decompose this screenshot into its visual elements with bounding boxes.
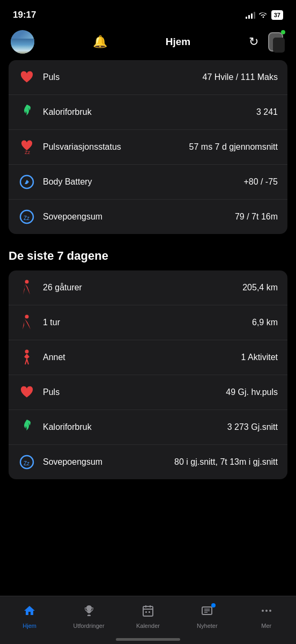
today-kalori-row[interactable]: Kaloriforbruk 3 241: [9, 95, 287, 130]
week-sleep-row[interactable]: Zz Sovepoengsum 80 i gj.snitt, 7t 13m i …: [9, 445, 287, 479]
week-walk-row[interactable]: 26 gåturer 205,4 km: [9, 270, 287, 305]
week-section-title: De siste 7 dagene: [0, 244, 296, 270]
week-kalori-row[interactable]: Kaloriforbruk 3 273 Gj.snitt: [9, 410, 287, 445]
week-sleep-icon: Zz: [18, 453, 35, 471]
today-sleep-row[interactable]: Zz Sovepoengsum 79 / 7t 16m: [9, 200, 287, 234]
week-annet-value: 1 Aktivitet: [241, 352, 278, 363]
tab-nyheter[interactable]: Nyheter: [191, 604, 223, 629]
svg-point-22: [265, 610, 268, 612]
walk-icon: [18, 279, 35, 296]
today-sleep-value: 79 / 7t 16m: [235, 211, 278, 223]
week-hike-value: 6,9 km: [252, 317, 278, 328]
week-kalori-label: Kaloriforbruk: [43, 422, 220, 432]
week-hike-row[interactable]: 1 tur 6,9 km: [9, 305, 287, 340]
week-walk-label: 26 gåturer: [43, 282, 235, 292]
week-annet-label: Annet: [43, 352, 234, 362]
hike-icon: [18, 314, 35, 331]
app-header: 🔔 Hjem ↻: [0, 27, 296, 60]
tab-nyheter-label: Nyheter: [197, 623, 218, 629]
svg-line-8: [27, 359, 28, 364]
tab-utfordringer-label: Utfordringer: [73, 623, 105, 629]
week-activity-row[interactable]: Annet 1 Aktivitet: [9, 340, 287, 375]
week-sleep-label: Sovepoengsum: [43, 457, 167, 467]
status-bar: 19:17 37: [0, 0, 296, 27]
svg-text:Zz: Zz: [24, 215, 29, 221]
heart-icon: [18, 69, 35, 86]
week-puls-label: Puls: [43, 387, 218, 397]
today-kalori-value: 3 241: [256, 107, 278, 118]
main-content: Puls 47 Hvile / 111 Maks Kaloriforbruk 3…: [0, 60, 296, 543]
calendar-icon: [142, 604, 154, 620]
refresh-icon[interactable]: ↻: [249, 35, 258, 49]
today-hrv-row[interactable]: Zz Pulsvariasjonsstatus 57 ms 7 d gjenno…: [9, 130, 287, 165]
home-indicator: [116, 638, 180, 641]
week-puls-row[interactable]: Puls 49 Gj. hv.puls: [9, 375, 287, 410]
svg-rect-16: [149, 611, 150, 613]
wifi-icon: [258, 11, 268, 20]
page-title: Hjem: [166, 36, 190, 48]
more-icon: [260, 604, 273, 620]
battery-icon: 37: [271, 10, 283, 20]
tab-hjem[interactable]: Hjem: [13, 604, 46, 629]
activity-icon: [18, 349, 35, 366]
today-puls-value: 47 Hvile / 111 Maks: [202, 72, 278, 83]
today-body-battery-label: Body Battery: [43, 177, 236, 187]
week-hike-label: 1 tur: [43, 317, 245, 327]
today-puls-label: Puls: [43, 72, 195, 82]
fire-icon: [18, 104, 35, 121]
svg-text:Zz: Zz: [24, 460, 29, 466]
signal-bars-icon: [246, 11, 255, 19]
tab-mer-label: Mer: [261, 623, 271, 629]
watch-icon[interactable]: [266, 30, 285, 54]
hrv-icon: Zz: [18, 138, 35, 156]
today-sleep-label: Sovepoengsum: [43, 211, 227, 222]
status-time: 19:17: [13, 10, 36, 20]
avatar[interactable]: [11, 30, 34, 54]
week-kalori-value: 3 273 Gj.snitt: [227, 422, 278, 433]
notification-bell-icon[interactable]: 🔔: [93, 35, 107, 49]
tab-kalender[interactable]: Kalender: [132, 604, 164, 629]
sleep-icon: Zz: [18, 208, 35, 225]
week-heart-icon: [18, 384, 35, 401]
tab-kalender-label: Kalender: [136, 623, 160, 629]
tab-mer[interactable]: Mer: [250, 604, 283, 629]
svg-point-23: [269, 610, 271, 612]
week-fire-icon: [18, 419, 35, 436]
svg-point-5: [25, 315, 29, 319]
week-puls-value: 49 Gj. hv.puls: [226, 387, 278, 398]
tab-bar: Hjem Utfordringer Kalender: [0, 596, 296, 644]
status-icons: 37: [246, 10, 283, 20]
week-walk-value: 205,4 km: [242, 282, 278, 294]
svg-point-21: [262, 610, 264, 612]
today-body-battery-value: +80 / -75: [243, 177, 278, 188]
news-icon: [201, 604, 213, 620]
svg-point-6: [25, 350, 29, 354]
today-puls-row[interactable]: Puls 47 Hvile / 111 Maks: [9, 60, 287, 95]
today-body-battery-row[interactable]: Body Battery +80 / -75: [9, 165, 287, 200]
today-hrv-value: 57 ms 7 d gjennomsnitt: [189, 142, 278, 153]
svg-text:Zz: Zz: [25, 150, 30, 155]
week-card: 26 gåturer 205,4 km 1 tur 6,9 km: [9, 270, 287, 479]
news-notification-dot: [211, 603, 216, 608]
svg-rect-11: [143, 606, 153, 616]
trophy-icon: [83, 604, 95, 620]
home-icon: [23, 604, 36, 620]
week-sleep-value: 80 i gj.snitt, 7t 13m i gj.snitt: [174, 457, 278, 468]
tab-hjem-label: Hjem: [23, 623, 36, 629]
today-hrv-label: Pulsvariasjonsstatus: [43, 142, 182, 152]
today-kalori-label: Kaloriforbruk: [43, 107, 249, 117]
tab-utfordringer[interactable]: Utfordringer: [73, 604, 105, 629]
body-battery-icon: [18, 173, 35, 191]
header-right-actions: ↻: [249, 30, 285, 54]
svg-point-4: [25, 280, 29, 284]
today-card: Puls 47 Hvile / 111 Maks Kaloriforbruk 3…: [9, 60, 287, 234]
svg-rect-15: [145, 611, 147, 613]
